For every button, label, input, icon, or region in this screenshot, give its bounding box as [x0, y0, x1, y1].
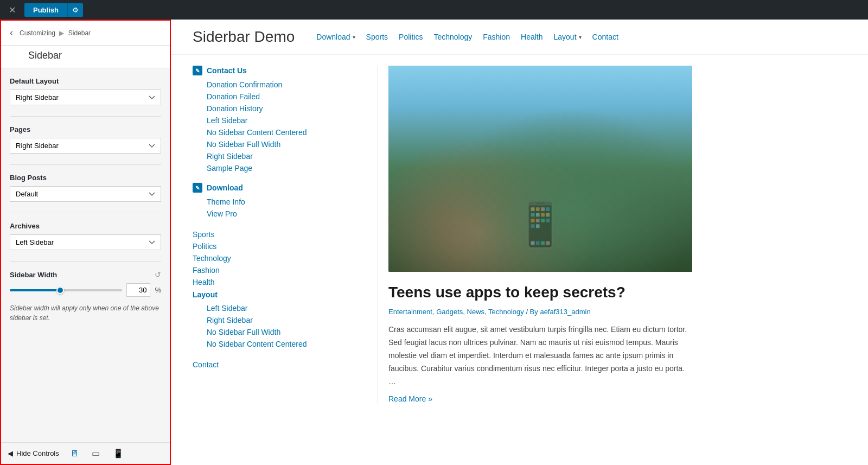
- tablet-device-button[interactable]: ▭: [90, 446, 102, 461]
- preview-area: Siderbar Demo Download ▾ Sports Politics…: [171, 20, 868, 465]
- sidebar-sub-items-contact: Donation Confirmation Donation Failed Do…: [193, 79, 361, 174]
- site-header: Siderbar Demo Download ▾ Sports Politics…: [171, 20, 868, 55]
- sidebar-section-layout: Layout Left Sidebar Right Sidebar No Sid…: [193, 290, 361, 350]
- pages-select[interactable]: Right Sidebar Left Sidebar No Sidebar Fu…: [10, 138, 161, 154]
- desktop-device-button[interactable]: 🖥: [68, 447, 81, 461]
- default-layout-group: Default Layout Right Sidebar Left Sideba…: [10, 77, 161, 105]
- slider-fill: [10, 289, 60, 291]
- edit-icon-download: ✎: [193, 183, 202, 193]
- sidebar-item-sports[interactable]: Sports: [193, 228, 361, 240]
- close-button[interactable]: ✕: [4, 3, 20, 17]
- sidebar-item-politics[interactable]: Politics: [193, 240, 361, 252]
- breadcrumb: Customizing ▶ Sidebar: [20, 29, 91, 37]
- site-nav: Download ▾ Sports Politics Technology Fa…: [316, 33, 618, 41]
- archives-group: Archives Left Sidebar Right Sidebar No S…: [10, 222, 161, 250]
- sidebar-width-section: Sidebar Width ↺ % Sidebar width will app…: [10, 270, 161, 323]
- customizer-panel: ‹ Customizing ▶ Sidebar Sidebar Default …: [0, 20, 171, 465]
- sidebar-item-donation-history[interactable]: Donation History: [207, 103, 361, 114]
- archives-select[interactable]: Left Sidebar Right Sidebar No Sidebar Fu…: [10, 234, 161, 250]
- pages-label: Pages: [10, 125, 161, 133]
- site-title: Siderbar Demo: [193, 28, 295, 46]
- blog-posts-label: Blog Posts: [10, 174, 161, 182]
- sidebar-section-download-title[interactable]: ✎ Download: [193, 183, 361, 193]
- sidebar-item-technology[interactable]: Technology: [193, 252, 361, 264]
- top-bar: ✕ Publish ⚙: [0, 0, 868, 20]
- pages-group: Pages Right Sidebar Left Sidebar No Side…: [10, 125, 161, 154]
- back-button[interactable]: ‹: [10, 27, 13, 39]
- sidebar-section-contact: ✎ Contact Us Donation Confirmation Donat…: [193, 66, 361, 174]
- sidebar-item-layout-no-centered[interactable]: No Sidebar Content Centered: [207, 338, 361, 350]
- sidebar-item-sample-page[interactable]: Sample Page: [207, 162, 361, 174]
- slider-thumb[interactable]: [56, 286, 64, 294]
- nav-dropdown-arrow-layout: ▾: [579, 34, 582, 40]
- nav-item-fashion[interactable]: Fashion: [483, 33, 510, 41]
- breadcrumb-arrow: ▶: [59, 29, 66, 37]
- mobile-device-button[interactable]: 📱: [111, 446, 126, 461]
- content-wrapper: ✎ Contact Us Donation Confirmation Donat…: [171, 55, 868, 415]
- nav-item-contact[interactable]: Contact: [592, 33, 618, 41]
- slider-value-input[interactable]: [126, 283, 150, 297]
- sidebar-item-contact[interactable]: Contact: [193, 359, 361, 371]
- sidebar-section-download: ✎ Download Theme Info View Pro: [193, 183, 361, 220]
- sidebar-item-fashion[interactable]: Fashion: [193, 264, 361, 276]
- sidebar-item-view-pro[interactable]: View Pro: [207, 208, 361, 220]
- panel-header: ‹ Customizing ▶ Sidebar: [1, 21, 170, 46]
- gear-button[interactable]: ⚙: [67, 3, 83, 17]
- sidebar-item-no-sidebar-content-centered[interactable]: No Sidebar Content Centered: [207, 126, 361, 138]
- sidebar-item-theme-info[interactable]: Theme Info: [207, 196, 361, 208]
- article-excerpt: Cras accumsan elit augue, sit amet vesti…: [388, 323, 692, 388]
- slider-note: Sidebar width will apply only when one o…: [10, 303, 161, 323]
- sidebar-item-layout-left[interactable]: Left Sidebar: [207, 302, 361, 314]
- panel-content: Default Layout Right Sidebar Left Sideba…: [1, 68, 170, 442]
- slider-unit: %: [155, 286, 161, 294]
- article-title: Teens use apps to keep secrets?: [388, 283, 846, 302]
- sidebar-item-health[interactable]: Health: [193, 276, 361, 288]
- nav-dropdown-arrow: ▾: [353, 34, 355, 40]
- sidebar-sub-items-download: Theme Info View Pro: [193, 196, 361, 220]
- sidebar-sub-items-layout: Left Sidebar Right Sidebar No Sidebar Fu…: [193, 302, 361, 350]
- publish-button[interactable]: Publish: [24, 3, 67, 17]
- breadcrumb-end: Sidebar: [68, 29, 91, 37]
- blog-posts-group: Blog Posts Default Right Sidebar Left Si…: [10, 174, 161, 202]
- sidebar-item-donation-failed[interactable]: Donation Failed: [207, 91, 361, 103]
- refresh-icon[interactable]: ↺: [155, 270, 161, 279]
- hide-controls-label: Hide Controls: [16, 449, 59, 457]
- sidebar-item-donation-confirmation[interactable]: Donation Confirmation: [207, 79, 361, 91]
- sidebar-item-right-sidebar[interactable]: Right Sidebar: [207, 150, 361, 162]
- sidebar-width-label: Sidebar Width: [10, 271, 57, 279]
- sidebar-nav: ✎ Contact Us Donation Confirmation Donat…: [193, 66, 377, 404]
- default-layout-label: Default Layout: [10, 77, 161, 85]
- read-more-link[interactable]: Read More »: [388, 394, 432, 403]
- slider-row: %: [10, 283, 161, 297]
- publish-group: Publish ⚙: [24, 3, 83, 17]
- sidebar-item-layout-right[interactable]: Right Sidebar: [207, 314, 361, 326]
- hide-controls-button[interactable]: ◀ Hide Controls: [8, 449, 59, 457]
- nav-item-sports[interactable]: Sports: [366, 33, 388, 41]
- panel-title: Sidebar: [1, 46, 170, 68]
- sidebar-item-left-sidebar[interactable]: Left Sidebar: [207, 114, 361, 126]
- sidebar-item-layout-no-full[interactable]: No Sidebar Full Width: [207, 326, 361, 338]
- hide-controls-icon: ◀: [8, 449, 13, 457]
- slider-track[interactable]: [10, 289, 122, 291]
- slider-header: Sidebar Width ↺: [10, 270, 161, 279]
- article-image: [388, 66, 692, 272]
- nav-item-layout[interactable]: Layout ▾: [554, 33, 582, 41]
- default-layout-select[interactable]: Right Sidebar Left Sidebar No Sidebar Fu…: [10, 90, 161, 105]
- nav-item-politics[interactable]: Politics: [399, 33, 423, 41]
- sidebar-item-no-sidebar-full-width[interactable]: No Sidebar Full Width: [207, 138, 361, 150]
- bottom-bar: ◀ Hide Controls 🖥 ▭ 📱: [1, 442, 170, 464]
- nav-item-health[interactable]: Health: [521, 33, 542, 41]
- article-meta: Entertainment, Gadgets, News, Technology…: [388, 308, 846, 316]
- sidebar-section-contact-title[interactable]: ✎ Contact Us: [193, 66, 361, 75]
- main-container: ‹ Customizing ▶ Sidebar Sidebar Default …: [0, 20, 868, 465]
- main-content: Teens use apps to keep secrets? Entertai…: [378, 66, 846, 404]
- edit-icon-contact: ✎: [193, 66, 202, 75]
- breadcrumb-start: Customizing: [20, 29, 55, 37]
- nav-item-technology[interactable]: Technology: [433, 33, 472, 41]
- archives-label: Archives: [10, 222, 161, 230]
- sidebar-section-layout-title: Layout: [193, 290, 361, 299]
- blog-posts-select[interactable]: Default Right Sidebar Left Sidebar No Si…: [10, 186, 161, 202]
- nav-item-download[interactable]: Download ▾: [316, 33, 355, 41]
